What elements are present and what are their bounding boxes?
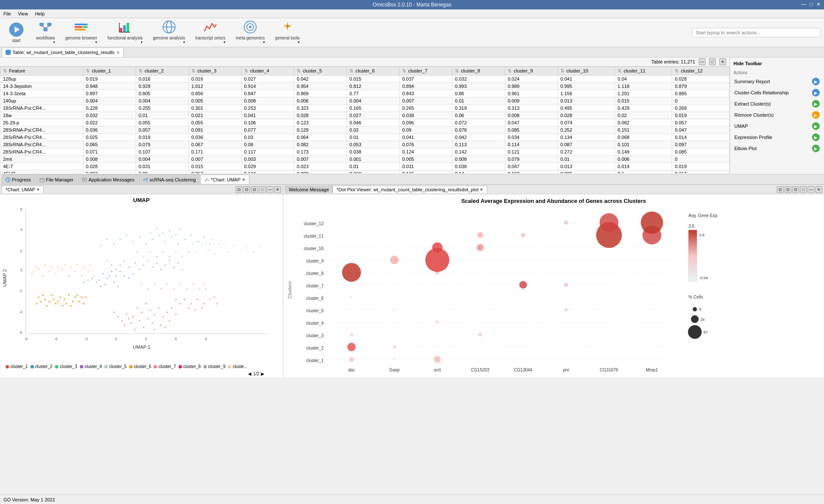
table-row[interactable]: 14-3-3zeta0.8970.8050.8560.8470.8690.770… (0, 90, 730, 97)
table-row[interactable]: 14-3-3epsilon0.9480.9291.0120.9140.9540.… (0, 83, 730, 90)
toolbar-transcriptomics[interactable]: transcript omics ▾ (192, 18, 229, 48)
sort-icon-cluster_9[interactable]: ⇅ (508, 68, 513, 73)
table-row[interactable]: 28SrRNA-Psi:CR4...0.0250.0190.0360.030.0… (0, 134, 730, 141)
window-controls[interactable]: — □ ✕ (801, 1, 821, 7)
dotplot-svg[interactable]: Clusters cluster_1 cluster_2 cluster_3 c… (285, 204, 817, 376)
toolbar-genome-browser[interactable]: genome browser ▾ (62, 18, 100, 48)
table-header-cluster_8[interactable]: ⇅ cluster_8 (452, 67, 505, 75)
lc-btn-6[interactable]: ✕ (274, 186, 281, 193)
lc-btn-5[interactable]: — (267, 186, 273, 193)
welcome-message-tab[interactable]: Welcome Message (285, 186, 333, 193)
table-window-max[interactable]: □ (709, 58, 716, 65)
tab-file-manager[interactable]: File Manager (36, 175, 77, 184)
tab-scrna-clustering[interactable]: scRNA-seq Clustering (139, 175, 200, 184)
table-row[interactable]: 140up0.0040.0040.0050.0080.0060.0040.007… (0, 97, 730, 105)
close-button[interactable]: ✕ (816, 1, 821, 7)
sidebar-hide-toolbar[interactable]: Hide Toolbar (733, 61, 762, 66)
rc-btn-2[interactable]: ⊡ (785, 186, 791, 193)
lc-btn-4[interactable]: □ (259, 186, 266, 193)
umap-tab-close[interactable]: ✕ (242, 178, 245, 182)
tab-chart-umap[interactable]: *Chart: UMAP ✕ (200, 175, 249, 184)
table-row[interactable]: 4EHP0.0930.090.0670.1240.0990.0690.1150.… (0, 170, 730, 174)
table-row[interactable]: 18SrRNA-Psi:CR4...0.2280.2550.3010.2530.… (0, 105, 730, 112)
menu-view[interactable]: View (18, 11, 28, 16)
rc-btn-1[interactable]: ⊡ (777, 186, 784, 193)
sidebar-elbow-plot[interactable]: Elbow Plot ▶ (732, 143, 822, 154)
tab-application-messages[interactable]: Application Messages (78, 175, 138, 184)
table-tab[interactable]: Table: wt_mutant_count_table_clustering_… (2, 48, 124, 57)
dotplot-tab-close[interactable]: ✕ (480, 187, 483, 192)
sort-icon-cluster_4[interactable]: ⇅ (244, 68, 249, 73)
sort-icon-cluster_1[interactable]: ⇅ (86, 68, 91, 73)
toolbar-functional-analysis[interactable]: functional analysis ▾ (104, 18, 146, 48)
table-header-cluster_12[interactable]: ⇅ cluster_12 (672, 67, 730, 75)
table-header-cluster_3[interactable]: ⇅ cluster_3 (188, 67, 241, 75)
sidebar-remove-clusters[interactable]: Remove Cluster(s) ▶ (732, 109, 822, 121)
umap-chart-tab-close[interactable]: ✕ (36, 187, 40, 192)
table-window-close[interactable]: ✕ (719, 58, 726, 65)
menu-help[interactable]: Help (35, 11, 45, 16)
sort-icon-cluster_2[interactable]: ⇅ (139, 68, 144, 73)
data-table-container[interactable]: ⇅ Feature⇅ cluster_1⇅ cluster_2⇅ cluster… (0, 66, 730, 173)
table-row[interactable]: 28SrRNA-Psi:CR4...0.0360.0570.0910.0770.… (0, 127, 730, 134)
next-page-btn[interactable]: ▶ (261, 371, 264, 376)
maximize-button[interactable]: □ (810, 1, 813, 7)
table-header-cluster_9[interactable]: ⇅ cluster_9 (505, 67, 557, 75)
umap-chart-tab[interactable]: *Chart: UMAP ✕ (2, 186, 44, 193)
toolbar-start[interactable]: start (3, 20, 29, 45)
svg-text:cluster_9: cluster_9 (306, 259, 324, 263)
table-row[interactable]: 4E-T0.0280.0310.0150.0290.0230.010.0310.… (0, 163, 730, 170)
lc-btn-3[interactable]: ⊡ (251, 186, 258, 193)
sort-icon-cluster_8[interactable]: ⇅ (455, 68, 460, 73)
search-input[interactable] (692, 28, 821, 37)
table-header-cluster_6[interactable]: ⇅ cluster_6 (347, 67, 400, 75)
sidebar-extract-clusters[interactable]: Extract Cluster(s) ▶ (732, 98, 822, 109)
toolbar-metagenomics[interactable]: meta genomics ▾ (232, 18, 268, 48)
table-header-cluster_10[interactable]: ⇅ cluster_10 (557, 67, 615, 75)
sidebar-cluster-cells[interactable]: Cluster-Cells Relationship ▶ (732, 87, 822, 98)
table-header-Feature[interactable]: ⇅ Feature (0, 67, 83, 75)
table-row[interactable]: 28SrRNA-Psi:CR4...0.0710.1070.1710.1170.… (0, 148, 730, 156)
table-row[interactable]: 26-29-p0.0220.0550.0550.1060.1230.0460.0… (0, 119, 730, 127)
table-header-cluster_5[interactable]: ⇅ cluster_5 (294, 67, 347, 75)
table-header-cluster_7[interactable]: ⇅ cluster_7 (400, 67, 452, 75)
rc-btn-6[interactable]: ✕ (815, 186, 822, 193)
sidebar-summary-report[interactable]: Summary Report ▶ (732, 76, 822, 87)
sort-icon-cluster_10[interactable]: ⇅ (560, 68, 566, 73)
tab-progress[interactable]: Progress (2, 175, 35, 184)
sort-icon-cluster_5[interactable]: ⇅ (297, 68, 302, 73)
table-row[interactable]: 18w0.0320.010.0210.0410.0280.0270.0380.0… (0, 112, 730, 119)
table-row[interactable]: 28SrRNA-Psi:CR4...0.0650.0790.0670.080.0… (0, 141, 730, 148)
lc-btn-2[interactable]: ⊡ (243, 186, 250, 193)
svg-text:UMAP 1: UMAP 1 (133, 344, 151, 350)
sort-icon-cluster_11[interactable]: ⇅ (618, 68, 623, 73)
table-header-cluster_2[interactable]: ⇅ cluster_2 (136, 67, 188, 75)
table-tab-close[interactable]: ✕ (116, 50, 120, 55)
prev-page-btn[interactable]: ◀ (248, 371, 251, 376)
table-header-cluster_4[interactable]: ⇅ cluster_4 (241, 67, 294, 75)
toolbar-genome-analysis[interactable]: genome analysis ▾ (149, 18, 188, 48)
table-header-cluster_1[interactable]: ⇅ cluster_1 (83, 67, 136, 75)
sidebar-expression-profile[interactable]: Expression Profile ▶ (732, 132, 822, 143)
sort-icon-cluster_6[interactable]: ⇅ (349, 68, 354, 73)
lc-btn-1[interactable]: ⊡ (236, 186, 242, 193)
table-row[interactable]: 128up0.0190.0160.0160.0270.0420.0150.037… (0, 75, 730, 83)
table-cell-cluster_4: 0.106 (241, 119, 294, 127)
sort-icon-cluster_12[interactable]: ⇅ (675, 68, 680, 73)
toolbar-general-tools[interactable]: general tools ▾ (272, 18, 303, 48)
rc-btn-5[interactable]: — (808, 186, 815, 193)
sort-icon-Feature[interactable]: ⇅ (3, 68, 8, 73)
table-header-cluster_11[interactable]: ⇅ cluster_11 (615, 67, 672, 75)
menu-file[interactable]: File (3, 11, 11, 16)
sidebar-umap[interactable]: UMAP ▶ (732, 121, 822, 132)
dotplot-tab[interactable]: *Dot Plot Viewer: wt_mutant_count_table_… (333, 186, 487, 193)
rc-btn-3[interactable]: ⊡ (792, 186, 799, 193)
umap-svg[interactable]: UMAP 2 UMAP 1 6 4 2 0 -2 -4 -6 -9 (0, 205, 275, 351)
toolbar-workflows[interactable]: workflows ▾ (33, 18, 58, 48)
table-row[interactable]: 2mit0.0080.0040.0070.0030.0070.0010.0050… (0, 156, 730, 163)
table-window-min[interactable]: — (699, 58, 706, 65)
sort-icon-cluster_7[interactable]: ⇅ (402, 68, 407, 73)
rc-btn-4[interactable]: □ (800, 186, 807, 193)
sort-icon-cluster_3[interactable]: ⇅ (191, 68, 197, 73)
minimize-button[interactable]: — (801, 1, 806, 7)
